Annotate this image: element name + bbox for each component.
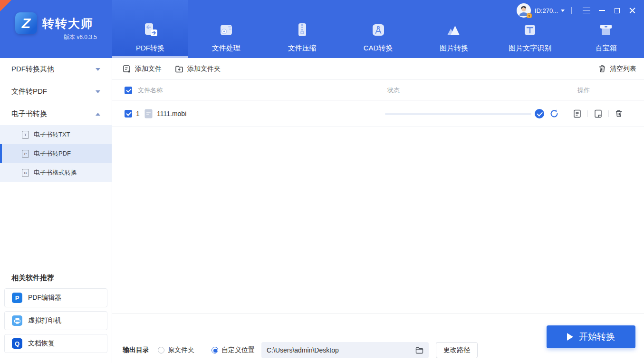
action-divider [608,110,609,117]
radio-original-folder[interactable]: 原文件夹 [158,346,194,354]
virtual-printer-icon [12,315,22,326]
mobi-file-icon [144,109,153,118]
table-row: 1 1111.mobi [112,101,644,127]
radio-off-icon[interactable] [158,347,164,353]
menu-button[interactable] [580,4,593,17]
clear-list-label: 清空列表 [610,65,636,73]
maximize-icon [615,8,620,13]
browse-folder-icon[interactable] [415,347,423,354]
ocr-icon [521,21,539,39]
group-label: 电子书转换 [11,109,47,118]
app-brand-title: 转转大师 [42,16,94,31]
recommend-label: PDF编辑器 [28,294,61,302]
group-label: PDF转换其他 [11,65,54,74]
radio-label: 原文件夹 [168,346,194,354]
titlebar-divider [571,7,572,14]
tab-label: PDF转换 [136,44,164,53]
txt-file-icon: T [22,131,29,139]
tab-label: 百宝箱 [596,44,617,53]
tab-file-process[interactable]: 文件处理 [188,0,264,58]
tab-file-compress[interactable]: 文件压缩 [264,0,340,58]
menu-icon [583,8,590,13]
action-divider [587,110,588,117]
play-icon [567,333,573,341]
pdf-convert-icon [141,21,159,39]
table-header: 文件名称 状态 操作 [112,80,644,101]
recommend-item-pdf-editor[interactable]: P PDF编辑器 [4,288,107,307]
output-settings: 输出目录 原文件夹 自定义位置 C:\Users\admin\Desktop 更… [123,342,478,358]
vip-badge-icon: v [527,13,532,18]
recommend-item-virtual-printer[interactable]: 虚拟打印机 [4,311,107,330]
add-folder-label: 添加文件夹 [187,65,221,73]
file-process-icon [217,21,235,39]
file-compress-icon [293,21,311,39]
empty-list-area [112,127,644,313]
output-dir-label: 输出目录 [123,346,149,354]
dropdown-caret-icon[interactable] [561,10,565,12]
sidebar-sub-list: T 电子书转TXT P 电子书转PDF B 电子书格式转换 [0,125,112,182]
add-file-button[interactable]: 添加文件 [123,65,162,73]
start-convert-label: 开始转换 [579,331,615,343]
logo-area: Z 转转大师 版本 v6.0.3.5 [0,0,112,58]
progress-bar [385,113,531,115]
row-actions [573,109,623,118]
group-label: 文件转PDF [11,87,47,96]
sidebar-group-ebook-convert[interactable]: 电子书转换 [0,103,112,125]
add-folder-icon [175,65,183,73]
toolbox-icon [597,21,615,39]
recommend-label: 文档恢复 [28,339,55,348]
delete-icon[interactable] [615,109,623,118]
tab-label: 图片文字识别 [509,44,551,53]
sidebar-item-ebook-format[interactable]: B 电子书格式转换 [0,163,112,182]
file-name: 1111.mobi [157,110,186,118]
minimize-button[interactable] [596,4,608,17]
column-header-actions: 操作 [577,86,590,95]
radio-label: 自定义位置 [221,346,255,354]
start-convert-button[interactable]: 开始转换 [547,325,635,348]
add-folder-button[interactable]: 添加文件夹 [175,65,221,73]
pdf-file-icon: P [22,150,29,158]
clear-list-button[interactable]: 清空列表 [598,65,636,73]
row-checkbox[interactable] [125,110,132,118]
select-all-checkbox[interactable] [125,87,132,94]
footer-bar: 输出目录 原文件夹 自定义位置 C:\Users\admin\Desktop 更… [112,313,644,363]
output-path-input[interactable]: C:\Users\admin\Desktop [261,342,429,358]
ebook-file-icon: B [22,169,29,177]
sidebar-group-file-to-pdf[interactable]: 文件转PDF [0,80,112,103]
corner-ribbon-icon [0,0,11,11]
sub-item-label: 电子书转PDF [34,149,71,158]
tab-label: 文件处理 [212,44,240,53]
sidebar-item-ebook-to-pdf[interactable]: P 电子书转PDF [0,144,112,163]
tab-cad-convert[interactable]: CAD转换 [340,0,416,58]
close-button[interactable] [626,4,638,17]
app-header: Z 转转大师 版本 v6.0.3.5 PDF转换 [0,0,644,58]
radio-on-icon[interactable] [211,347,218,353]
chevron-down-icon [96,90,100,93]
sidebar: PDF转换其他 文件转PDF 电子书转换 T 电子书转TXT P 电子书转PDF… [0,58,112,363]
chevron-up-icon [96,113,100,116]
user-id[interactable]: ID:270... [535,7,558,14]
tab-image-convert[interactable]: 图片转换 [416,0,492,58]
pdf-editor-icon: P [12,293,22,303]
change-path-button[interactable]: 更改路径 [436,342,478,358]
sub-item-label: 电子书格式转换 [34,168,77,177]
tab-pdf-convert[interactable]: PDF转换 [112,0,188,58]
user-avatar[interactable]: v [517,3,531,18]
column-header-name: 文件名称 [138,86,163,95]
view-document-icon[interactable] [573,109,581,118]
status-check-icon [535,109,544,118]
sidebar-item-ebook-to-txt[interactable]: T 电子书转TXT [0,125,112,144]
recommend-item-doc-recovery[interactable]: Q 文档恢复 [4,334,107,353]
add-file-label: 添加文件 [135,65,162,73]
maximize-button[interactable] [611,4,623,17]
radio-custom-location[interactable]: 自定义位置 [211,346,255,354]
cad-convert-icon [369,21,387,39]
open-location-icon[interactable] [594,109,602,118]
tab-label: 图片转换 [440,44,468,53]
output-path-value: C:\Users\admin\Desktop [267,346,412,354]
sidebar-group-pdf-other[interactable]: PDF转换其他 [0,58,112,80]
row-index: 1 [136,110,140,118]
refresh-icon[interactable] [549,109,559,118]
clear-list-trash-icon [598,65,606,73]
list-toolbar: 添加文件 添加文件夹 清空列表 [112,58,644,80]
